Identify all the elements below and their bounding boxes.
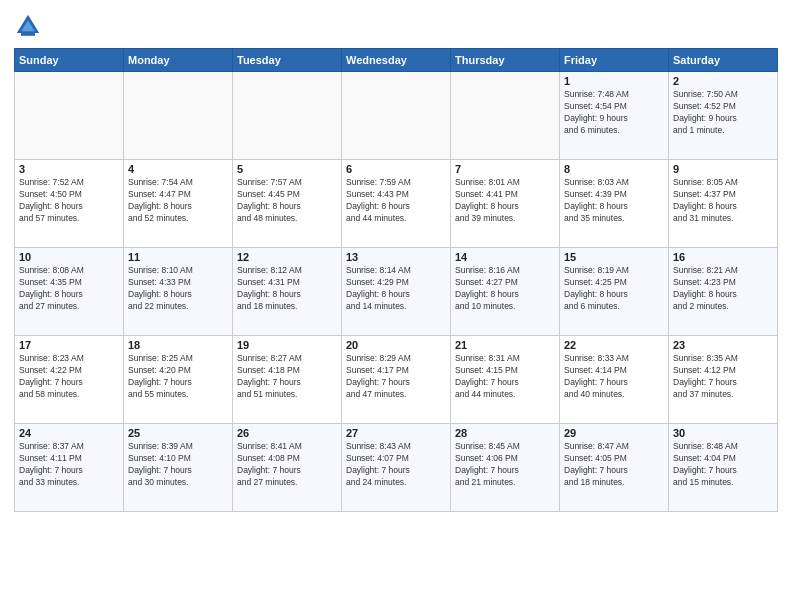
- day-detail: Sunrise: 8:45 AM Sunset: 4:06 PM Dayligh…: [455, 441, 555, 489]
- day-detail: Sunrise: 8:16 AM Sunset: 4:27 PM Dayligh…: [455, 265, 555, 313]
- calendar-cell: 8Sunrise: 8:03 AM Sunset: 4:39 PM Daylig…: [560, 160, 669, 248]
- calendar-cell: 12Sunrise: 8:12 AM Sunset: 4:31 PM Dayli…: [233, 248, 342, 336]
- day-number: 26: [237, 427, 337, 439]
- calendar-cell: 13Sunrise: 8:14 AM Sunset: 4:29 PM Dayli…: [342, 248, 451, 336]
- day-number: 19: [237, 339, 337, 351]
- day-number: 28: [455, 427, 555, 439]
- calendar-cell: [233, 72, 342, 160]
- day-detail: Sunrise: 8:33 AM Sunset: 4:14 PM Dayligh…: [564, 353, 664, 401]
- day-number: 1: [564, 75, 664, 87]
- weekday-header-thursday: Thursday: [451, 49, 560, 72]
- calendar-cell: 25Sunrise: 8:39 AM Sunset: 4:10 PM Dayli…: [124, 424, 233, 512]
- calendar-cell: 28Sunrise: 8:45 AM Sunset: 4:06 PM Dayli…: [451, 424, 560, 512]
- day-number: 6: [346, 163, 446, 175]
- day-number: 14: [455, 251, 555, 263]
- day-number: 2: [673, 75, 773, 87]
- weekday-header-friday: Friday: [560, 49, 669, 72]
- day-detail: Sunrise: 8:10 AM Sunset: 4:33 PM Dayligh…: [128, 265, 228, 313]
- calendar-cell: 26Sunrise: 8:41 AM Sunset: 4:08 PM Dayli…: [233, 424, 342, 512]
- day-detail: Sunrise: 8:14 AM Sunset: 4:29 PM Dayligh…: [346, 265, 446, 313]
- calendar-cell: 4Sunrise: 7:54 AM Sunset: 4:47 PM Daylig…: [124, 160, 233, 248]
- calendar-cell: 7Sunrise: 8:01 AM Sunset: 4:41 PM Daylig…: [451, 160, 560, 248]
- day-detail: Sunrise: 8:03 AM Sunset: 4:39 PM Dayligh…: [564, 177, 664, 225]
- day-number: 27: [346, 427, 446, 439]
- weekday-header-wednesday: Wednesday: [342, 49, 451, 72]
- day-number: 13: [346, 251, 446, 263]
- day-number: 3: [19, 163, 119, 175]
- day-detail: Sunrise: 8:29 AM Sunset: 4:17 PM Dayligh…: [346, 353, 446, 401]
- day-detail: Sunrise: 8:31 AM Sunset: 4:15 PM Dayligh…: [455, 353, 555, 401]
- calendar-cell: 18Sunrise: 8:25 AM Sunset: 4:20 PM Dayli…: [124, 336, 233, 424]
- day-number: 17: [19, 339, 119, 351]
- day-detail: Sunrise: 8:48 AM Sunset: 4:04 PM Dayligh…: [673, 441, 773, 489]
- calendar-cell: 15Sunrise: 8:19 AM Sunset: 4:25 PM Dayli…: [560, 248, 669, 336]
- day-number: 15: [564, 251, 664, 263]
- day-number: 11: [128, 251, 228, 263]
- calendar-cell: 2Sunrise: 7:50 AM Sunset: 4:52 PM Daylig…: [669, 72, 778, 160]
- calendar-cell: 22Sunrise: 8:33 AM Sunset: 4:14 PM Dayli…: [560, 336, 669, 424]
- calendar-cell: 16Sunrise: 8:21 AM Sunset: 4:23 PM Dayli…: [669, 248, 778, 336]
- day-detail: Sunrise: 8:39 AM Sunset: 4:10 PM Dayligh…: [128, 441, 228, 489]
- day-detail: Sunrise: 8:35 AM Sunset: 4:12 PM Dayligh…: [673, 353, 773, 401]
- calendar-cell: [124, 72, 233, 160]
- day-number: 4: [128, 163, 228, 175]
- day-number: 18: [128, 339, 228, 351]
- calendar-cell: 14Sunrise: 8:16 AM Sunset: 4:27 PM Dayli…: [451, 248, 560, 336]
- day-detail: Sunrise: 8:27 AM Sunset: 4:18 PM Dayligh…: [237, 353, 337, 401]
- calendar-cell: 1Sunrise: 7:48 AM Sunset: 4:54 PM Daylig…: [560, 72, 669, 160]
- header: [14, 12, 778, 40]
- day-detail: Sunrise: 8:12 AM Sunset: 4:31 PM Dayligh…: [237, 265, 337, 313]
- day-detail: Sunrise: 7:59 AM Sunset: 4:43 PM Dayligh…: [346, 177, 446, 225]
- day-detail: Sunrise: 8:21 AM Sunset: 4:23 PM Dayligh…: [673, 265, 773, 313]
- calendar-cell: 21Sunrise: 8:31 AM Sunset: 4:15 PM Dayli…: [451, 336, 560, 424]
- day-detail: Sunrise: 8:05 AM Sunset: 4:37 PM Dayligh…: [673, 177, 773, 225]
- logo: [14, 12, 46, 40]
- day-detail: Sunrise: 8:25 AM Sunset: 4:20 PM Dayligh…: [128, 353, 228, 401]
- day-detail: Sunrise: 8:47 AM Sunset: 4:05 PM Dayligh…: [564, 441, 664, 489]
- logo-icon: [14, 12, 42, 40]
- calendar-cell: 19Sunrise: 8:27 AM Sunset: 4:18 PM Dayli…: [233, 336, 342, 424]
- day-detail: Sunrise: 7:48 AM Sunset: 4:54 PM Dayligh…: [564, 89, 664, 137]
- calendar-cell: 24Sunrise: 8:37 AM Sunset: 4:11 PM Dayli…: [15, 424, 124, 512]
- calendar-cell: 29Sunrise: 8:47 AM Sunset: 4:05 PM Dayli…: [560, 424, 669, 512]
- day-number: 10: [19, 251, 119, 263]
- day-detail: Sunrise: 7:54 AM Sunset: 4:47 PM Dayligh…: [128, 177, 228, 225]
- day-detail: Sunrise: 7:50 AM Sunset: 4:52 PM Dayligh…: [673, 89, 773, 137]
- week-row-1: 1Sunrise: 7:48 AM Sunset: 4:54 PM Daylig…: [15, 72, 778, 160]
- calendar-cell: [451, 72, 560, 160]
- day-number: 7: [455, 163, 555, 175]
- day-number: 16: [673, 251, 773, 263]
- day-number: 29: [564, 427, 664, 439]
- day-detail: Sunrise: 7:57 AM Sunset: 4:45 PM Dayligh…: [237, 177, 337, 225]
- day-number: 24: [19, 427, 119, 439]
- week-row-2: 3Sunrise: 7:52 AM Sunset: 4:50 PM Daylig…: [15, 160, 778, 248]
- day-detail: Sunrise: 8:41 AM Sunset: 4:08 PM Dayligh…: [237, 441, 337, 489]
- day-number: 22: [564, 339, 664, 351]
- calendar-cell: [342, 72, 451, 160]
- day-number: 20: [346, 339, 446, 351]
- calendar-cell: 10Sunrise: 8:08 AM Sunset: 4:35 PM Dayli…: [15, 248, 124, 336]
- day-number: 25: [128, 427, 228, 439]
- calendar-cell: 30Sunrise: 8:48 AM Sunset: 4:04 PM Dayli…: [669, 424, 778, 512]
- day-detail: Sunrise: 8:01 AM Sunset: 4:41 PM Dayligh…: [455, 177, 555, 225]
- day-detail: Sunrise: 8:37 AM Sunset: 4:11 PM Dayligh…: [19, 441, 119, 489]
- day-number: 5: [237, 163, 337, 175]
- weekday-header-monday: Monday: [124, 49, 233, 72]
- day-number: 30: [673, 427, 773, 439]
- weekday-header-sunday: Sunday: [15, 49, 124, 72]
- calendar-table: SundayMondayTuesdayWednesdayThursdayFrid…: [14, 48, 778, 512]
- weekday-header-tuesday: Tuesday: [233, 49, 342, 72]
- week-row-5: 24Sunrise: 8:37 AM Sunset: 4:11 PM Dayli…: [15, 424, 778, 512]
- calendar-cell: 5Sunrise: 7:57 AM Sunset: 4:45 PM Daylig…: [233, 160, 342, 248]
- day-number: 21: [455, 339, 555, 351]
- calendar-cell: 27Sunrise: 8:43 AM Sunset: 4:07 PM Dayli…: [342, 424, 451, 512]
- day-detail: Sunrise: 8:19 AM Sunset: 4:25 PM Dayligh…: [564, 265, 664, 313]
- weekday-header-row: SundayMondayTuesdayWednesdayThursdayFrid…: [15, 49, 778, 72]
- calendar-cell: 9Sunrise: 8:05 AM Sunset: 4:37 PM Daylig…: [669, 160, 778, 248]
- calendar-cell: 17Sunrise: 8:23 AM Sunset: 4:22 PM Dayli…: [15, 336, 124, 424]
- page: SundayMondayTuesdayWednesdayThursdayFrid…: [0, 0, 792, 612]
- calendar-cell: 3Sunrise: 7:52 AM Sunset: 4:50 PM Daylig…: [15, 160, 124, 248]
- day-number: 12: [237, 251, 337, 263]
- svg-rect-2: [21, 32, 35, 36]
- day-detail: Sunrise: 8:08 AM Sunset: 4:35 PM Dayligh…: [19, 265, 119, 313]
